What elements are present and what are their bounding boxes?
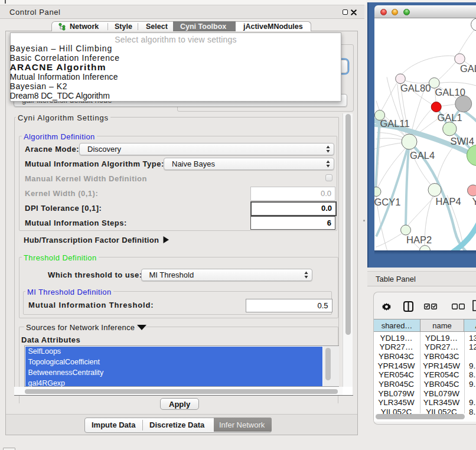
svg-text:GAL10: GAL10 (435, 87, 465, 97)
svg-text:GAL1: GAL1 (438, 112, 462, 122)
svg-text:SWI4: SWI4 (451, 135, 474, 146)
svg-text:GAL4: GAL4 (410, 150, 435, 161)
svg-text:GCY1: GCY1 (374, 197, 400, 207)
svg-text:GAL80: GAL80 (400, 83, 431, 93)
svg-text:HAP4: HAP4 (436, 195, 461, 206)
svg-text:Y: Y (472, 195, 476, 206)
svg-text:GAL11: GAL11 (380, 118, 410, 128)
svg-text:GAL7: GAL7 (460, 63, 476, 73)
svg-text:HAP2: HAP2 (406, 234, 432, 244)
